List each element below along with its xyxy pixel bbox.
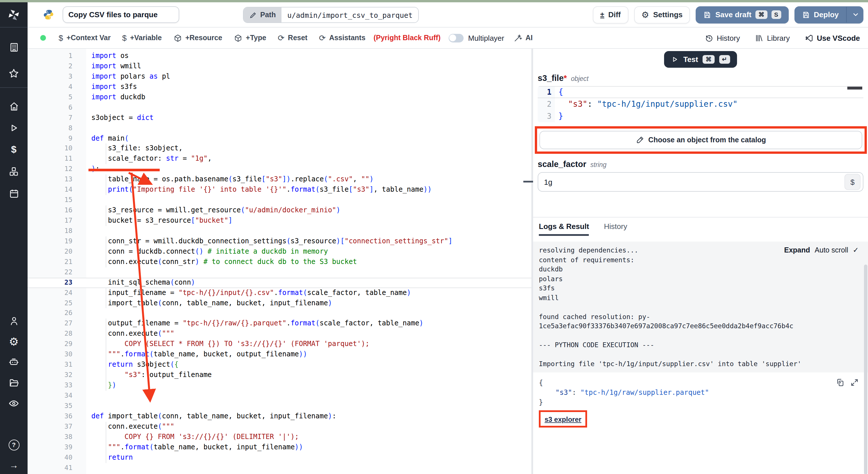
scale-factor-input[interactable]: 1g $: [538, 172, 863, 192]
diff-icon: ±: [600, 11, 604, 18]
windmill-logo-icon[interactable]: [0, 2, 28, 28]
code-line: 14 print("Importing file '{}' into table…: [28, 185, 531, 195]
code-line: 1{: [538, 86, 863, 98]
code-line: 19 conn_str = wmill.duckdb_connection_se…: [28, 236, 531, 247]
runs-play-icon[interactable]: [0, 122, 28, 134]
audit-eye-icon[interactable]: [0, 398, 28, 409]
script-title-value: Copy CSV files to parque: [68, 10, 158, 19]
log-line: --- PYTHON CODE EXECUTION ---: [539, 340, 862, 350]
sidebar-divider: [0, 87, 28, 88]
reset-button[interactable]: ⟳ Reset: [272, 33, 313, 42]
right-panel: Test ⌘ ↵ s3_file* object 1{2 "s3": "tpc-…: [533, 49, 868, 474]
linters-status[interactable]: (Pyright Black Ruff): [371, 34, 443, 42]
add-type-button[interactable]: +Type: [228, 34, 272, 42]
log-line: duckdb: [539, 265, 862, 274]
code-editor[interactable]: 1import os2import wmill3import polars as…: [28, 49, 531, 474]
autoscroll-checkbox[interactable]: ✓: [853, 246, 859, 254]
choose-object-button[interactable]: Choose an object from the catalog: [539, 131, 862, 149]
autoscroll-label: Auto scroll: [814, 246, 848, 254]
result-json-line: }: [539, 397, 862, 407]
status-green-dot: [40, 35, 46, 41]
log-line: [539, 302, 862, 312]
code-line: 24 input_filename = "tpc-h/{}/input/{}.c…: [28, 288, 531, 298]
panel-scrollbar-thumb[interactable]: [864, 265, 867, 474]
code-line: 29 COPY (SELECT * FROM {}) TO 's3://{}/{…: [28, 339, 531, 350]
library-button[interactable]: Library: [755, 34, 790, 42]
log-line: polars: [539, 274, 862, 283]
history-button[interactable]: History: [705, 34, 740, 42]
copy-clipboard-icon[interactable]: [836, 378, 844, 386]
log-line: [539, 331, 862, 340]
window-top-strip: [0, 0, 868, 2]
workers-robot-icon[interactable]: [0, 357, 28, 368]
s3-explorer-link[interactable]: s3 explorer: [545, 415, 581, 423]
result-area: { "s3": "tpc-h/1g/raw/supplier.parquet"}…: [533, 372, 868, 474]
home-icon[interactable]: [0, 100, 28, 112]
gear-icon: ⚙: [641, 9, 649, 20]
code-line: 5import duckdb: [28, 92, 531, 103]
tab-history[interactable]: History: [604, 222, 627, 236]
save-draft-button[interactable]: Save draft ⌘ S: [696, 6, 789, 23]
add-resource-button[interactable]: +Resource: [167, 34, 228, 42]
use-vscode-button[interactable]: Use VScode: [805, 34, 860, 42]
script-title-input[interactable]: Copy CSV files to parque: [63, 6, 179, 23]
arg-name: scale_factor: [538, 160, 586, 169]
help-icon[interactable]: ?: [0, 439, 28, 450]
deploy-button-divider: [846, 7, 847, 22]
workspace-building-icon[interactable]: [0, 41, 28, 53]
code-line: 35: [28, 401, 531, 411]
code-line: 16 s3_resource = wmill.get_resource("u/a…: [28, 205, 531, 216]
red-highlight-box-choose: Choose an object from the catalog: [535, 126, 867, 154]
log-line: content of requirements:: [539, 255, 862, 265]
folders-icon[interactable]: [0, 377, 28, 388]
expand-fullscreen-icon[interactable]: [850, 378, 859, 386]
code-line: 37 conn.execute(""": [28, 422, 531, 432]
schedules-calendar-icon[interactable]: [0, 188, 28, 199]
logs-area[interactable]: resolving dependencies...content of requ…: [533, 242, 868, 372]
diff-button[interactable]: ± Diff: [593, 6, 628, 23]
save-icon: [704, 11, 711, 19]
test-button[interactable]: Test ⌘ ↵: [664, 51, 737, 68]
json-editor-scrollbar-thumb[interactable]: [847, 87, 862, 90]
code-line: 11 scale_factor: str = "1g",: [28, 154, 531, 164]
users-person-icon[interactable]: [0, 315, 28, 327]
code-line: 18: [28, 226, 531, 236]
add-context-var-button[interactable]: $ +Context Var: [53, 33, 116, 42]
save-icon: [802, 11, 810, 19]
favorites-star-icon[interactable]: [0, 68, 28, 79]
chevron-down-icon[interactable]: [852, 11, 859, 19]
code-line: 3}: [538, 110, 863, 122]
code-line: 22: [28, 267, 531, 277]
code-line: 8: [28, 123, 531, 133]
editor-toolbar: $ +Context Var $ +Variable +Resource: [28, 28, 868, 49]
add-variable-button[interactable]: $ +Variable: [116, 33, 167, 42]
code-line: 12):: [28, 164, 531, 175]
header: Copy CSV files to parque Path u/admin/im…: [28, 2, 868, 28]
expand-logs-button[interactable]: Expand: [784, 246, 810, 254]
code-line: 27 output_filename = "tpc-h/{}/raw/{}.pa…: [28, 319, 531, 329]
assistants-button[interactable]: ⟳ Assistants: [313, 33, 371, 42]
path-field[interactable]: Path u/admin/import_csv_to_parquet: [243, 7, 419, 23]
settings-gear-icon[interactable]: ⚙: [0, 336, 28, 347]
s3-file-json-editor[interactable]: 1{2 "s3": "tpc-h/1g/input/supplier.csv"3…: [538, 86, 863, 122]
code-line: 38 COPY {} FROM 's3://{}/{}' (DELIMITER …: [28, 432, 531, 442]
json-editor-lines: 1{2 "s3": "tpc-h/1g/input/supplier.csv"3…: [538, 86, 863, 122]
red-highlight-box-s3-explorer: s3 explorer: [539, 410, 587, 427]
python-language-icon: [42, 9, 55, 21]
log-line: wmill: [539, 293, 862, 302]
scale-factor-value: 1g: [544, 178, 552, 186]
result-json-line: "s3": "tpc-h/1g/raw/supplier.parquet": [539, 387, 862, 397]
multiplayer-toggle[interactable]: [448, 34, 464, 42]
settings-button[interactable]: ⚙ Settings: [634, 6, 690, 23]
deploy-button[interactable]: Deploy: [794, 6, 863, 23]
ai-button[interactable]: AI: [507, 34, 538, 42]
code-line: 7s3object = dict: [28, 113, 531, 123]
tab-logs-result[interactable]: Logs & Result: [539, 222, 589, 236]
collapse-arrow-right-icon[interactable]: →: [0, 460, 28, 471]
dollar-icon: $: [59, 33, 63, 42]
insert-variable-dollar-button[interactable]: $: [844, 174, 861, 190]
variables-dollar-icon[interactable]: $: [0, 144, 28, 156]
result-json: { "s3": "tpc-h/1g/raw/supplier.parquet"}: [539, 378, 862, 407]
code-line: 32 "s3": output_filename: [28, 370, 531, 380]
resources-cubes-icon[interactable]: [0, 166, 28, 177]
